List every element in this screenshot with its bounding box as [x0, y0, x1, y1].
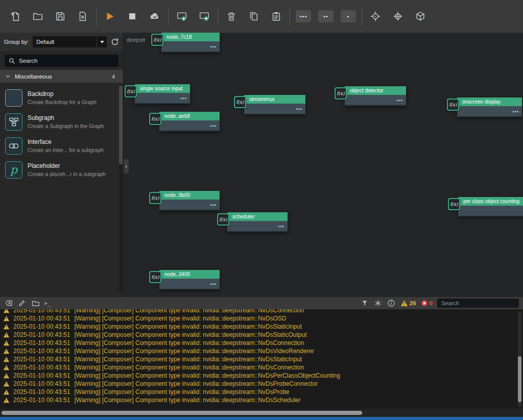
- new-file-button[interactable]: [4, 4, 27, 29]
- sidebar-search-box[interactable]: [5, 55, 118, 67]
- delete-button[interactable]: [220, 4, 243, 29]
- graph-node[interactable]: f(x) single source input •••: [125, 84, 190, 104]
- error-count: 0: [430, 300, 433, 306]
- refresh-button[interactable]: [111, 38, 119, 46]
- log-timestamp: 2025-01-10 00:43:51: [13, 364, 70, 371]
- palette-item-title: Subgraph: [28, 114, 104, 121]
- backdrop-icon: [5, 89, 22, 107]
- log-message: [Warning] [Composer] Component type inva…: [74, 388, 289, 396]
- clear-console-button[interactable]: [4, 299, 13, 308]
- graph-node[interactable]: f(x) object detector •••: [335, 86, 406, 106]
- run-graph-button[interactable]: [99, 4, 121, 29]
- log-timestamp: 2025-01-10 00:43:51: [13, 388, 70, 396]
- console-scrollbar-thumb[interactable]: [518, 356, 521, 402]
- more-options-large-button[interactable]: •••: [292, 4, 315, 29]
- palette-item[interactable]: p Placeholder Create a placeh...r in a s…: [0, 158, 123, 182]
- open-log-folder-button[interactable]: [31, 299, 39, 308]
- sidebar-scrollbar-thumb[interactable]: [119, 86, 123, 164]
- terminal-prompt-icon[interactable]: >_: [44, 300, 51, 307]
- warning-icon: [3, 373, 10, 379]
- info-button[interactable]: [387, 299, 396, 308]
- close-file-button[interactable]: [72, 4, 94, 29]
- node-body: •••: [458, 206, 523, 216]
- toolbar-separator: [218, 8, 218, 25]
- sidebar-scrollbar[interactable]: [119, 86, 123, 293]
- warning-icon: [3, 381, 10, 387]
- toolbar-separator: [96, 8, 97, 25]
- chevron-down-icon: [100, 41, 104, 43]
- graph-canvas[interactable]: deepstr f(x) node..7c18 ••• f(x) single …: [124, 33, 523, 297]
- node-options-dots[interactable]: •••: [296, 107, 302, 112]
- focus-selection-button[interactable]: [364, 4, 387, 29]
- console-vertical-scrollbar[interactable]: [518, 311, 521, 407]
- cloud-validate-button[interactable]: [144, 4, 166, 29]
- copy-icon: [248, 11, 259, 22]
- console-search-input[interactable]: [437, 299, 519, 308]
- more-options-small-button[interactable]: •: [337, 4, 360, 29]
- window-upload-icon: [199, 11, 210, 22]
- group-by-dropdown[interactable]: Default: [33, 36, 107, 47]
- log-message: [Warning] [Composer] Component type inva…: [74, 372, 340, 379]
- node-options-dots[interactable]: •••: [513, 109, 519, 114]
- warning-icon: [3, 348, 10, 354]
- node-options-dots[interactable]: •••: [397, 98, 403, 103]
- fx-badge-icon: f(x): [149, 192, 161, 204]
- palette-item[interactable]: Interface Create an Inter... for a subgr…: [0, 134, 123, 158]
- graph-node[interactable]: f(x) onscreen display •••: [447, 97, 522, 117]
- import-window-button[interactable]: [171, 4, 193, 29]
- sidebar-search-input[interactable]: [19, 58, 114, 64]
- node-options-dots[interactable]: •••: [181, 96, 187, 101]
- new-file-icon: [10, 11, 21, 22]
- filter-button[interactable]: [361, 299, 369, 308]
- toolbar-separator: [290, 8, 290, 25]
- palette-item-subtitle: Create a Subgraph in the Graph: [28, 123, 104, 129]
- graph-node[interactable]: f(x) node..aeb8 •••: [149, 112, 220, 131]
- log-timestamp: 2025-01-10 00:43:51: [13, 309, 70, 314]
- palette-item[interactable]: Subgraph Create a Subgraph in the Graph: [0, 110, 123, 134]
- graph-node[interactable]: f(x) node..7c18 •••: [151, 33, 220, 52]
- warning-icon: [3, 324, 10, 330]
- paste-button[interactable]: [265, 4, 288, 29]
- log-timestamp: 2025-01-10 00:43:51: [13, 348, 70, 355]
- errors-badge[interactable]: 0: [421, 300, 433, 307]
- node-options-dots[interactable]: •••: [210, 203, 217, 208]
- graph-node[interactable]: f(x) node..3400 •••: [149, 270, 220, 289]
- group-by-row: Group by: Default: [0, 33, 123, 51]
- warnings-badge[interactable]: 26: [400, 300, 416, 307]
- section-miscellaneous-header[interactable]: Miscellaneous 4: [0, 70, 123, 83]
- graph-node[interactable]: f(x) scheduler •••: [217, 212, 288, 232]
- group-by-value: Default: [33, 39, 97, 45]
- save-file-button[interactable]: [49, 4, 72, 29]
- graph-node[interactable]: f(x) per class object counting •••: [448, 197, 523, 216]
- node-options-dots[interactable]: •••: [278, 224, 284, 229]
- graph-node[interactable]: f(x) node..9b00 •••: [149, 191, 220, 210]
- clear-icon: [5, 299, 13, 307]
- fx-badge-icon: f(x): [335, 87, 347, 100]
- focus-graph-button[interactable]: [387, 4, 409, 29]
- edit-log-button[interactable]: [17, 299, 26, 308]
- toggle-3d-button[interactable]: [409, 4, 432, 29]
- freeze-log-button[interactable]: [374, 299, 383, 308]
- console-hscrollbar-thumb[interactable]: [2, 411, 362, 415]
- sidebar-collapse-tab[interactable]: ‹: [124, 159, 129, 174]
- search-icon: [9, 58, 15, 64]
- console-horizontal-scrollbar[interactable]: [0, 409, 523, 417]
- palette-item[interactable]: Backdrop Create Backdrop for a Graph: [0, 86, 123, 110]
- node-body: •••: [161, 41, 220, 52]
- log-line: 2025-01-10 00:43:51 [Warning] [Composer]…: [3, 347, 523, 355]
- more-options-medium-button[interactable]: ••: [315, 4, 337, 29]
- node-options-dots[interactable]: •••: [210, 123, 217, 129]
- open-file-button[interactable]: [27, 4, 49, 29]
- dropdown-arrow-box: [97, 36, 107, 47]
- node-options-dots[interactable]: •••: [210, 282, 217, 287]
- graph-node[interactable]: f(x) streammux •••: [234, 95, 305, 114]
- copy-button[interactable]: [243, 4, 265, 29]
- export-window-button[interactable]: [193, 4, 216, 29]
- fx-badge-icon: f(x): [125, 85, 137, 97]
- warning-icon: [3, 389, 10, 395]
- node-options-dots[interactable]: •••: [210, 44, 217, 50]
- log-line: 2025-01-10 00:43:51 [Warning] [Composer]…: [3, 372, 523, 380]
- stop-button[interactable]: [121, 4, 144, 29]
- warning-icon: [3, 364, 10, 370]
- warning-icon: [400, 300, 408, 307]
